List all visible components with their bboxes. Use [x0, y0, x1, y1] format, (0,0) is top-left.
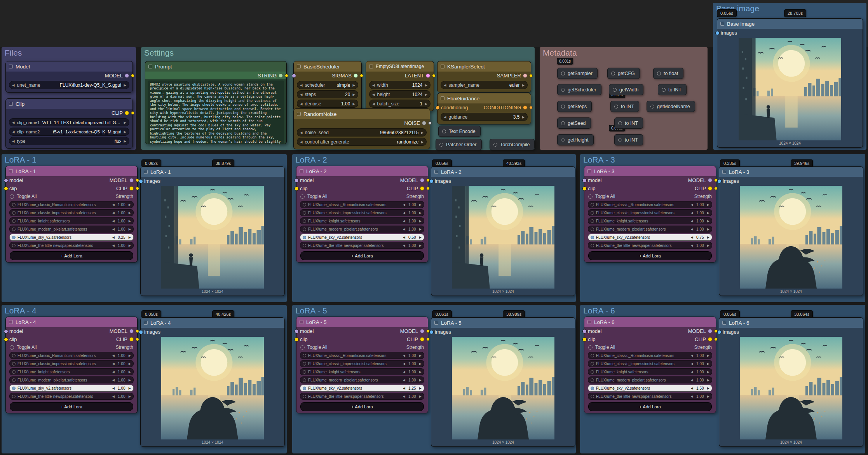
power-lora-loader-node[interactable]: LoRA - 6 model MODEL clip CLIP	[584, 317, 716, 413]
lora-toggle[interactable]	[12, 395, 16, 398]
power-lora-loader-node[interactable]: LoRA - 5 model MODEL clip CLIP	[296, 317, 428, 413]
clip-name1-widget[interactable]: ◀ clip_name1 ViT-L-14-TEXT-detail-improv…	[9, 118, 129, 126]
strength-increase-arrow[interactable]: ▶	[707, 370, 709, 374]
collapsed-node-to-float[interactable]: to float	[653, 68, 683, 79]
lora-toggle[interactable]	[591, 370, 594, 374]
lora-toggle[interactable]	[303, 370, 306, 374]
lora-row[interactable]: FLUX\ume_knight.safetensors◀1.00▶	[300, 368, 424, 375]
lora-row[interactable]: FLUX\ume_classic_Romanticism.safetensors…	[300, 352, 424, 359]
conditioning-output-dot[interactable]	[523, 105, 527, 110]
model-input-dot[interactable]	[582, 329, 587, 333]
node-graph-canvas[interactable]: Files Model MODEL ◀ unet_name FLUX\flux1…	[0, 0, 868, 455]
toggle-all-row[interactable]: Toggle All Strength	[296, 343, 428, 351]
collapse-icon[interactable]	[720, 22, 724, 26]
strength-increase-arrow[interactable]: ▶	[419, 362, 422, 366]
link-dot[interactable]	[529, 106, 533, 109]
strength-decrease-arrow[interactable]: ◀	[403, 370, 405, 374]
preview-image-node[interactable]: LoRA - 1 images 1024 × 1024	[140, 166, 285, 296]
collapse-circle-icon[interactable]	[561, 121, 565, 125]
next-arrow-icon[interactable]: ▶	[124, 130, 126, 134]
strength-increase-arrow[interactable]: ▶	[419, 211, 422, 215]
strength-decrease-arrow[interactable]: ◀	[403, 362, 405, 366]
toggle-all-row[interactable]: Toggle All Strength	[584, 343, 716, 351]
strength-decrease-arrow[interactable]: ◀	[403, 211, 405, 215]
strength-decrease-arrow[interactable]: ◀	[691, 395, 693, 398]
strength-increase-arrow[interactable]: ▶	[419, 370, 422, 374]
clip-input-dot[interactable]	[295, 186, 299, 191]
collapse-icon[interactable]	[441, 96, 444, 100]
strength-increase-arrow[interactable]: ▶	[707, 244, 709, 247]
guidance-widget[interactable]: ◀ guidance 3.5 ▶	[441, 113, 528, 121]
images-input-dot[interactable]	[715, 31, 720, 35]
lora-group[interactable]: LoRA - 2 0.056s 40.393s LoRA - 2 model M…	[292, 154, 576, 302]
collapse-circle-icon[interactable]	[561, 72, 565, 75]
strength-decrease-arrow[interactable]: ◀	[403, 378, 405, 382]
prev-arrow-icon[interactable]: ◀	[12, 139, 15, 143]
collapse-icon[interactable]	[441, 65, 444, 68]
string-output-dot[interactable]	[279, 74, 283, 78]
group-title-metadata[interactable]: Metadata	[540, 47, 708, 59]
lora-row[interactable]: FLUX\ume_classic_impressionist.safetenso…	[300, 360, 424, 367]
lora-toggle[interactable]	[12, 387, 16, 390]
lora-row[interactable]: FLUX\ume_classic_impressionist.safetenso…	[9, 360, 134, 367]
images-input-dot[interactable]	[429, 330, 434, 334]
clip-output-dot[interactable]	[125, 111, 129, 115]
strength-increase-arrow[interactable]: ▶	[129, 362, 131, 366]
lora-toggle[interactable]	[303, 228, 306, 231]
collapse-circle-icon[interactable]	[650, 105, 654, 108]
collapse-icon[interactable]	[300, 169, 303, 173]
strength-increase-arrow[interactable]: ▶	[707, 387, 709, 390]
lora-toggle[interactable]	[12, 219, 16, 223]
strength-increase-arrow[interactable]: ▶	[129, 236, 131, 239]
lora-row[interactable]: FLUX\ume_classic_impressionist.safetenso…	[9, 209, 134, 216]
strength-increase-arrow[interactable]: ▶	[419, 203, 422, 206]
lora-toggle[interactable]	[303, 244, 306, 247]
lora-toggle[interactable]	[591, 228, 594, 231]
collapse-circle-icon[interactable]	[618, 121, 622, 125]
node-header[interactable]: LoRA - 3	[584, 166, 716, 176]
add-lora-button[interactable]: + Add Lora	[588, 251, 712, 260]
toggle-all-circle[interactable]	[10, 345, 14, 350]
node-header[interactable]: RandomNoise	[294, 109, 430, 119]
strength-decrease-arrow[interactable]: ◀	[112, 370, 115, 374]
strength-increase-arrow[interactable]: ▶	[707, 395, 709, 398]
lora-row[interactable]: FLUX\ume_knight.safetensors◀1.00▶	[588, 217, 712, 224]
width-widget[interactable]: ◀ width 1024 ▶	[369, 81, 431, 89]
strength-decrease-arrow[interactable]: ◀	[112, 354, 115, 357]
collapse-circle-icon[interactable]	[439, 143, 443, 147]
lora-row[interactable]: FLUX\ume_classic_impressionist.safetenso…	[300, 209, 424, 216]
model-output-dot[interactable]	[129, 178, 134, 182]
prev-arrow-icon[interactable]: ◀	[12, 121, 15, 124]
strength-decrease-arrow[interactable]: ◀	[403, 219, 405, 223]
node-header[interactable]: Clip	[6, 99, 132, 109]
link-dot[interactable]	[529, 74, 533, 77]
strength-increase-arrow[interactable]: ▶	[419, 219, 422, 223]
lora-row[interactable]: FLUX\ume_classic_impressionist.safetenso…	[588, 209, 712, 216]
strength-increase-arrow[interactable]: ▶	[129, 203, 131, 206]
node-header[interactable]: EmptySD3LatentImage	[366, 61, 434, 72]
collapse-circle-icon[interactable]	[561, 105, 565, 108]
unet-loader-node[interactable]: Model MODEL ◀ unet_name FLUX\flux1-dev-Q…	[5, 61, 133, 93]
add-lora-button[interactable]: + Add Lora	[300, 251, 424, 260]
model-output-dot[interactable]	[420, 329, 424, 333]
noise-output-dot[interactable]	[422, 121, 426, 125]
lora-toggle[interactable]	[303, 387, 306, 390]
prev-arrow-icon[interactable]: ◀	[444, 115, 446, 119]
strength-increase-arrow[interactable]: ▶	[707, 236, 709, 239]
group-settings[interactable]: Settings Prompt STRING D84X2 style paint…	[141, 47, 535, 150]
collapse-icon[interactable]	[297, 65, 301, 68]
collapse-circle-icon[interactable]	[442, 130, 446, 133]
lora-row[interactable]: FLUX\ume_classic_Romanticism.safetensors…	[300, 201, 424, 208]
next-arrow-icon[interactable]: ▶	[124, 83, 126, 87]
model-input-dot[interactable]	[4, 329, 8, 333]
strength-decrease-arrow[interactable]: ◀	[112, 228, 115, 231]
collapse-circle-icon[interactable]	[561, 138, 565, 142]
lora-toggle[interactable]	[303, 395, 306, 398]
lora-row[interactable]: FLUX\ume_classic_Romanticism.safetensors…	[9, 201, 134, 208]
strength-decrease-arrow[interactable]: ◀	[691, 354, 693, 357]
link-dot[interactable]	[285, 74, 288, 77]
lora-toggle[interactable]	[12, 236, 16, 239]
next-arrow-icon[interactable]: ▶	[124, 139, 126, 143]
link-dot[interactable]	[136, 338, 139, 341]
collapse-icon[interactable]	[434, 170, 438, 174]
